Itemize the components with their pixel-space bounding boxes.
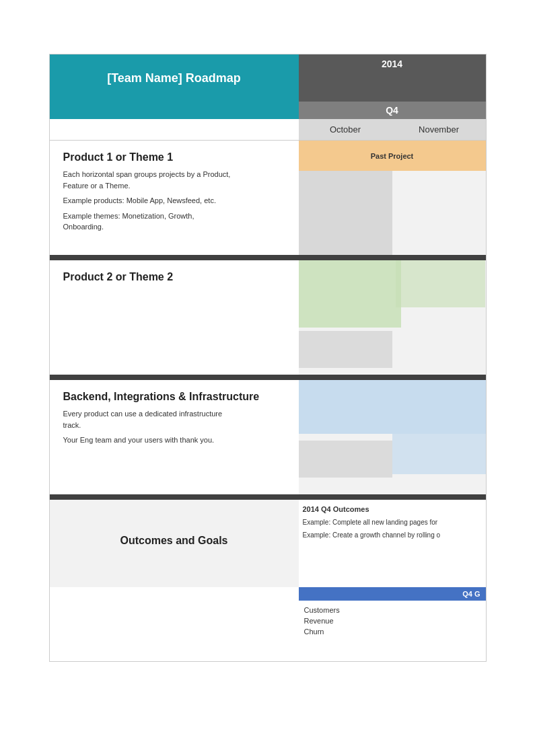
roadmap-container: [Team Name] Roadmap 2014 Q4 October Nove… xyxy=(49,54,487,662)
header-month-row: October November xyxy=(50,119,486,141)
product2-green-block1 xyxy=(299,260,402,328)
product2-title: Product 2 or Theme 2 xyxy=(63,271,285,283)
backend-title: Backend, Integrations & Infrastructure xyxy=(63,391,285,403)
backend-blue-block1 xyxy=(299,380,486,434)
backend-desc-1: Every product can use a dedicated infras… xyxy=(63,408,285,430)
goal-churn: Churn xyxy=(304,626,480,637)
product1-gray-block xyxy=(299,171,392,255)
header-q-row: Q4 xyxy=(50,102,486,119)
backend-label: Backend, Integrations & Infrastructure E… xyxy=(50,380,299,494)
year-header: 2014 xyxy=(299,54,486,102)
goals-row: Q4 G Customers Revenue Churn xyxy=(50,587,486,661)
outcomes-data: 2014 Q4 Outcomes Example: Complete all n… xyxy=(299,500,486,587)
goal-customers: Customers xyxy=(304,605,480,615)
backend-row: Backend, Integrations & Infrastructure E… xyxy=(50,380,486,494)
q-spacer xyxy=(50,102,299,119)
quarter-header: Q4 xyxy=(299,102,486,119)
product1-desc-2: Example products: Mobile App, Newsfeed, … xyxy=(63,195,285,206)
month-october: October xyxy=(299,119,392,140)
backend-blue-block2 xyxy=(392,434,486,474)
product2-label: Product 2 or Theme 2 xyxy=(50,260,299,375)
product1-data: Past Project xyxy=(299,141,486,255)
backend-desc-2: Your Eng team and your users with thank … xyxy=(63,434,285,446)
backend-gray-block xyxy=(299,441,392,478)
outcomes-line-1: Example: Complete all new landing pages … xyxy=(299,516,486,529)
header-year-row: [Team Name] Roadmap 2014 xyxy=(50,54,486,102)
goals-list: Customers Revenue Churn xyxy=(299,601,486,641)
goals-data: Q4 G Customers Revenue Churn xyxy=(299,587,486,661)
product2-gray-block xyxy=(299,331,392,368)
product2-green-block2 xyxy=(396,260,485,307)
separator-3 xyxy=(50,494,486,500)
month-november: November xyxy=(392,119,486,140)
past-project-label: Past Project xyxy=(299,141,486,171)
goals-header-bar: Q4 G xyxy=(299,587,486,601)
product1-desc-1: Each horizontal span groups projects by … xyxy=(63,169,285,191)
product1-desc-3: Example themes: Monetization, Growth,Onb… xyxy=(63,211,285,233)
goals-label-spacer xyxy=(50,587,299,661)
outcomes-header-text: 2014 Q4 Outcomes xyxy=(299,500,486,516)
product1-label: Product 1 or Theme 1 Each horizontal spa… xyxy=(50,141,299,255)
separator-1 xyxy=(50,255,486,260)
outcomes-title: Outcomes and Goals xyxy=(120,535,227,547)
goal-revenue: Revenue xyxy=(304,615,480,626)
roadmap-title: [Team Name] Roadmap xyxy=(50,54,299,102)
product2-row: Product 2 or Theme 2 xyxy=(50,260,486,375)
product1-row: Product 1 or Theme 1 Each horizontal spa… xyxy=(50,141,486,255)
outcomes-label: Outcomes and Goals xyxy=(50,500,299,587)
month-spacer xyxy=(50,119,299,140)
separator-2 xyxy=(50,375,486,380)
outcomes-line-2: Example: Create a growth channel by roll… xyxy=(299,529,486,541)
outcomes-row: Outcomes and Goals 2014 Q4 Outcomes Exam… xyxy=(50,500,486,587)
backend-data xyxy=(299,380,486,494)
product2-data xyxy=(299,260,486,375)
product1-title: Product 1 or Theme 1 xyxy=(63,151,285,163)
